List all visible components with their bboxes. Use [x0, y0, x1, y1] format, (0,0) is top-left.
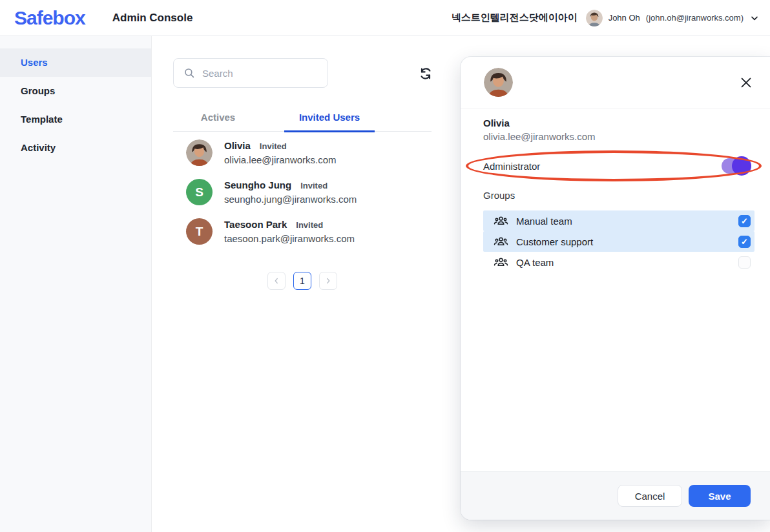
- status-badge: Invited: [296, 220, 323, 230]
- prev-page-button[interactable]: [267, 272, 286, 290]
- user-email: olivia.lee@jiranworks.com: [224, 154, 337, 165]
- app-header: Safebox Admin Console 넥스트인텔리전스닷에이아이 John…: [0, 0, 770, 36]
- sidebar-item-template[interactable]: Template: [0, 105, 151, 134]
- drawer-user-email: olivia.lee@jiranworks.com: [483, 131, 596, 142]
- page-title: Admin Console: [112, 12, 193, 25]
- group-name: Manual team: [516, 216, 572, 227]
- group-name: QA team: [516, 257, 554, 268]
- group-checkbox[interactable]: [738, 236, 751, 248]
- sidebar: Users Groups Template Activity: [0, 36, 152, 532]
- chevron-right-icon: [324, 277, 332, 285]
- chevron-down-icon[interactable]: [749, 13, 760, 23]
- search-box: [173, 58, 328, 88]
- cancel-button[interactable]: Cancel: [618, 485, 682, 507]
- status-badge: Invited: [260, 141, 287, 151]
- group-list: Manual team Customer support QA team: [483, 210, 754, 272]
- chevron-left-icon: [273, 277, 280, 285]
- sidebar-item-groups[interactable]: Groups: [0, 77, 151, 105]
- org-name: 넥스트인텔리전스닷에이아이: [452, 12, 578, 24]
- user-detail-drawer: Olivia olivia.lee@jiranworks.com Adminis…: [461, 57, 770, 520]
- refresh-icon: [417, 65, 434, 82]
- account-user-name: John Oh: [609, 13, 640, 23]
- group-icon: [494, 214, 508, 229]
- drawer-footer: Cancel Save: [461, 471, 770, 520]
- account-user-email: (john.oh@jiranworks.com): [646, 13, 744, 23]
- close-button[interactable]: [739, 76, 753, 90]
- group-row-customer-support[interactable]: Customer support: [483, 231, 754, 252]
- user-row-olivia[interactable]: Olivia Invited olivia.lee@jiranworks.com: [186, 138, 444, 168]
- invited-user-list: Olivia Invited olivia.lee@jiranworks.com…: [186, 138, 444, 256]
- tab-actives[interactable]: Actives: [173, 103, 263, 131]
- user-avatar-initial: T: [186, 218, 213, 245]
- user-name: Taesoon Park: [224, 219, 287, 230]
- avatar-photo-icon: [586, 10, 603, 26]
- account-menu[interactable]: 넥스트인텔리전스닷에이아이 John Oh (john.oh@jiranwork…: [452, 10, 760, 26]
- tab-invited-users[interactable]: Invited Users: [284, 103, 375, 131]
- toggle-knob: [732, 156, 751, 176]
- user-tabs: Actives Invited Users: [173, 103, 432, 132]
- administrator-label: Administrator: [483, 161, 540, 172]
- refresh-button[interactable]: [417, 65, 435, 83]
- drawer-user-avatar: [484, 68, 513, 97]
- group-checkbox[interactable]: [738, 215, 751, 227]
- group-checkbox[interactable]: [738, 256, 751, 269]
- drawer-header: [461, 57, 770, 108]
- search-input[interactable]: [202, 68, 312, 79]
- group-icon: [494, 234, 508, 249]
- close-icon: [739, 76, 753, 90]
- account-avatar[interactable]: [586, 10, 603, 26]
- next-page-button[interactable]: [319, 272, 337, 290]
- user-avatar-initial: S: [186, 179, 213, 205]
- sidebar-item-activity[interactable]: Activity: [0, 134, 151, 162]
- user-name: Olivia: [224, 140, 251, 151]
- administrator-toggle[interactable]: [722, 158, 751, 174]
- user-email: taesoon.park@jiranworks.com: [224, 233, 355, 244]
- search-icon: [183, 67, 195, 79]
- group-icon: [494, 255, 508, 270]
- page-number-button[interactable]: 1: [293, 272, 311, 290]
- status-badge: Invited: [300, 181, 328, 190]
- sidebar-item-users[interactable]: Users: [0, 48, 151, 77]
- group-name: Customer support: [516, 236, 593, 247]
- user-row-seungho[interactable]: S Seungho Jung Invited seungho.jung@jira…: [186, 178, 444, 207]
- group-row-qa-team[interactable]: QA team: [483, 252, 754, 272]
- user-row-taesoon[interactable]: T Taesoon Park Invited taesoon.park@jira…: [186, 217, 444, 247]
- user-avatar-photo: [186, 139, 213, 166]
- pagination: 1: [267, 272, 337, 290]
- drawer-user-name: Olivia: [483, 118, 510, 128]
- safebox-logo: Safebox: [14, 7, 85, 29]
- save-button[interactable]: Save: [689, 485, 751, 507]
- groups-label: Groups: [483, 190, 515, 201]
- user-email: seungho.jung@jiranworks.com: [224, 194, 357, 205]
- user-name: Seungho Jung: [224, 179, 291, 190]
- group-row-manual-team[interactable]: Manual team: [483, 210, 754, 231]
